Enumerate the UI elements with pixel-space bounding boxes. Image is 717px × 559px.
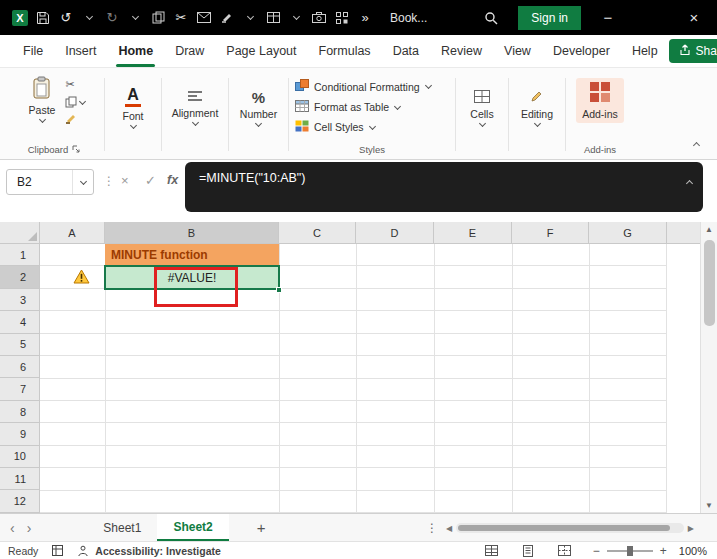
enter-icon[interactable]: ✓ bbox=[145, 173, 156, 188]
scroll-down-icon[interactable]: ▼ bbox=[701, 498, 717, 513]
name-box-dropdown-icon[interactable] bbox=[72, 170, 93, 194]
minimize-button[interactable]: − bbox=[597, 9, 619, 26]
row-header-5[interactable]: 5 bbox=[0, 334, 40, 356]
row-header-12[interactable]: 12 bbox=[0, 490, 40, 512]
column-header-b[interactable]: B bbox=[105, 222, 279, 244]
horizontal-scrollbar[interactable]: ◀ ▶ bbox=[446, 521, 694, 535]
column-header-c[interactable]: C bbox=[279, 222, 356, 244]
table-icon[interactable] bbox=[263, 5, 283, 31]
row-header-10[interactable]: 10 bbox=[0, 446, 40, 468]
addins-button[interactable]: Add-ins bbox=[576, 78, 624, 123]
sign-in-button[interactable]: Sign in bbox=[518, 6, 581, 30]
row-header-2[interactable]: 2 bbox=[0, 266, 40, 288]
cancel-icon[interactable]: × bbox=[121, 173, 129, 188]
zoom-slider-thumb[interactable] bbox=[627, 546, 633, 556]
cells-area[interactable]: MINUTE function #VALUE! bbox=[40, 244, 667, 513]
tab-view[interactable]: View bbox=[493, 35, 542, 67]
save-icon[interactable] bbox=[33, 5, 53, 31]
redo-icon[interactable]: ↻ bbox=[102, 5, 122, 31]
sheet-tab-sheet2[interactable]: Sheet2 bbox=[157, 514, 228, 541]
undo-icon[interactable]: ↺ bbox=[56, 5, 76, 31]
error-warning-icon[interactable] bbox=[73, 269, 90, 287]
normal-view-icon[interactable] bbox=[485, 545, 498, 556]
search-icon[interactable] bbox=[481, 5, 501, 31]
camera-icon[interactable] bbox=[309, 5, 329, 31]
cell-styles-button[interactable]: Cell Styles bbox=[291, 117, 453, 137]
collapse-ribbon-icon[interactable] bbox=[694, 137, 699, 151]
overflow-icon[interactable]: » bbox=[355, 5, 375, 31]
close-button[interactable]: × bbox=[683, 9, 705, 26]
tab-formulas[interactable]: Formulas bbox=[308, 35, 382, 67]
tab-home[interactable]: Home bbox=[107, 35, 164, 67]
row-header-4[interactable]: 4 bbox=[0, 311, 40, 333]
tab-draw[interactable]: Draw bbox=[164, 35, 215, 67]
tab-help[interactable]: Help bbox=[621, 35, 669, 67]
column-header-e[interactable]: E bbox=[434, 222, 512, 244]
vertical-scrollbar-thumb[interactable] bbox=[704, 240, 715, 326]
qr-icon[interactable] bbox=[332, 5, 352, 31]
row-header-3[interactable]: 3 bbox=[0, 289, 40, 311]
zoom-in-icon[interactable]: + bbox=[660, 544, 667, 558]
format-as-table-button[interactable]: Format as Table bbox=[291, 97, 453, 117]
tab-file[interactable]: File bbox=[12, 35, 54, 67]
copy-icon[interactable] bbox=[65, 96, 85, 108]
page-break-view-icon[interactable] bbox=[558, 545, 571, 556]
formula-bar-dots-icon[interactable]: ⋮ bbox=[103, 174, 115, 188]
zoom-level[interactable]: 100% bbox=[679, 545, 707, 557]
font-button[interactable]: A Font bbox=[116, 84, 149, 131]
name-box[interactable]: B2 bbox=[6, 169, 94, 195]
zoom-slider[interactable] bbox=[607, 550, 653, 552]
horizontal-scrollbar-thumb[interactable] bbox=[458, 525, 670, 531]
undo-dropdown-icon[interactable] bbox=[79, 5, 99, 31]
sheet-menu-dots-icon[interactable]: ⋮ bbox=[426, 514, 438, 542]
accessibility-status[interactable]: Accessibility: Investigate bbox=[95, 545, 220, 557]
workbook-name[interactable]: Book... bbox=[390, 11, 427, 25]
paint-dropdown-icon[interactable] bbox=[240, 5, 260, 31]
scroll-right-icon[interactable]: ▶ bbox=[688, 524, 694, 533]
cut-icon[interactable]: ✂ bbox=[171, 5, 191, 31]
column-header-f[interactable]: F bbox=[512, 222, 589, 244]
macro-record-icon[interactable] bbox=[52, 545, 63, 556]
cells-button[interactable]: Cells bbox=[464, 87, 499, 129]
row-header-9[interactable]: 9 bbox=[0, 423, 40, 445]
column-header-a[interactable]: A bbox=[40, 222, 105, 244]
vertical-scrollbar[interactable]: ▲ ▼ bbox=[700, 222, 717, 513]
zoom-out-icon[interactable]: − bbox=[593, 544, 600, 558]
tab-review[interactable]: Review bbox=[430, 35, 493, 67]
cut-icon[interactable]: ✂ bbox=[65, 78, 74, 91]
fill-handle[interactable] bbox=[276, 287, 282, 293]
tab-insert[interactable]: Insert bbox=[54, 35, 107, 67]
formula-bar-collapse-icon[interactable] bbox=[687, 175, 692, 189]
mail-icon[interactable] bbox=[194, 5, 214, 31]
alignment-button[interactable]: Alignment bbox=[166, 87, 225, 128]
row-header-6[interactable]: 6 bbox=[0, 356, 40, 378]
number-button[interactable]: % Number bbox=[234, 87, 283, 129]
conditional-formatting-button[interactable]: Conditional Formatting bbox=[291, 76, 453, 97]
sheet-tab-sheet1[interactable]: Sheet1 bbox=[87, 514, 157, 541]
cell-b1[interactable]: MINUTE function bbox=[105, 244, 279, 266]
excel-logo-icon[interactable]: X bbox=[10, 5, 30, 31]
select-all-corner[interactable] bbox=[0, 222, 40, 244]
accessibility-icon[interactable] bbox=[77, 545, 89, 557]
tab-developer[interactable]: Developer bbox=[542, 35, 621, 67]
column-header-d[interactable]: D bbox=[356, 222, 434, 244]
scroll-up-icon[interactable]: ▲ bbox=[701, 222, 717, 237]
scroll-left-icon[interactable]: ◀ bbox=[446, 524, 452, 533]
horizontal-scrollbar-track[interactable] bbox=[456, 523, 684, 533]
share-button[interactable]: Share bbox=[669, 39, 717, 63]
row-header-1[interactable]: 1 bbox=[0, 244, 40, 266]
paint-icon[interactable] bbox=[217, 5, 237, 31]
table-dropdown-icon[interactable] bbox=[286, 5, 306, 31]
format-painter-icon[interactable] bbox=[65, 113, 77, 125]
insert-function-icon[interactable]: fx bbox=[167, 173, 178, 187]
clipboard-dialog-launcher-icon[interactable] bbox=[72, 144, 80, 155]
paste-button[interactable]: Paste bbox=[23, 72, 62, 125]
row-header-7[interactable]: 7 bbox=[0, 378, 40, 400]
copy-icon[interactable] bbox=[148, 5, 168, 31]
row-header-11[interactable]: 11 bbox=[0, 468, 40, 490]
tab-page-layout[interactable]: Page Layout bbox=[215, 35, 307, 67]
formula-input[interactable]: =MINUTE("10:AB") bbox=[185, 162, 703, 212]
prev-sheet-icon[interactable]: ‹ bbox=[10, 520, 15, 536]
page-layout-view-icon[interactable] bbox=[522, 545, 534, 557]
add-sheet-button[interactable]: + bbox=[245, 514, 278, 541]
